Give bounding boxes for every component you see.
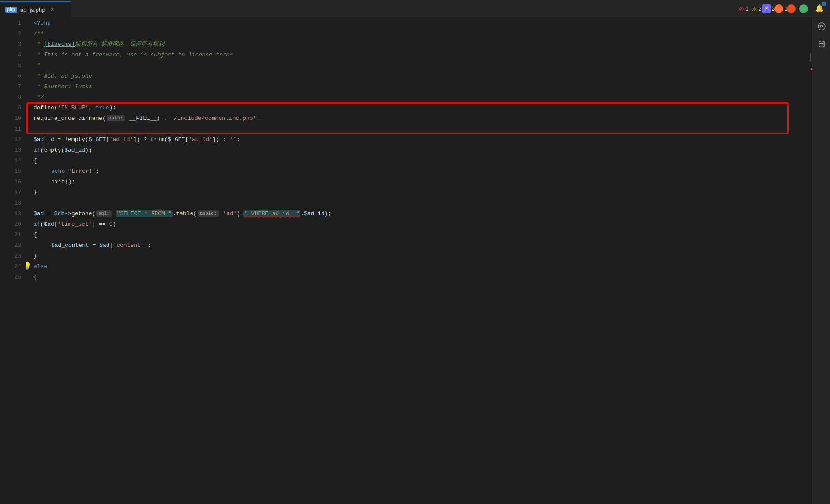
line-num-21: 21 — [0, 229, 26, 240]
php-badge: php — [5, 7, 17, 13]
code-line-2: /** — [26, 28, 806, 39]
copilot-icon[interactable] — [816, 21, 827, 32]
line-num-16: 16 — [0, 176, 26, 187]
line-num-19: 19 — [0, 208, 26, 219]
editor-area: 1 2 3 4 5 6 7 8 9 10 11 12 13 14 15 16 1… — [0, 18, 830, 504]
line-num-8: 8 — [0, 92, 26, 102]
error-count: 1 — [745, 6, 748, 12]
code-line-5: * — [26, 60, 806, 71]
code-line-19: $ad = $db -> getone ( sql: "SELECT * FRO… — [26, 208, 806, 219]
svg-point-2 — [822, 26, 823, 27]
code-line-13: if ( empty ( $ad_id )) — [26, 145, 806, 155]
code-line-25: { — [26, 272, 806, 282]
svg-point-0 — [818, 23, 825, 30]
code-line-9: define('IN_BLUE', true); — [26, 102, 806, 113]
warning1-count: 2 — [759, 6, 762, 12]
plugin-icon-4[interactable] — [799, 4, 808, 13]
code-line-8: */ — [26, 92, 806, 102]
line-num-24: 24 — [0, 261, 26, 272]
line-num-2: 2 — [0, 28, 26, 39]
database-icon[interactable] — [816, 39, 827, 49]
code-line-12: $ad_id = ! empty ( $_GET [ 'ad_id' ]) ? … — [26, 134, 806, 145]
warning1-icon: ⚠ — [752, 6, 757, 12]
line-num-17: 17 — [0, 187, 26, 198]
tab-bar: php ad_js.php × ⊘ 1 ⚠ 2 ⚠ 2 ✓ 1 ∧ ∨ P ⋮ — [0, 0, 830, 18]
lightbulb-icon: 💡 — [26, 262, 32, 271]
code-line-21: { — [26, 229, 806, 240]
code-line-16: exit (); — [26, 176, 806, 187]
code-line-18 — [26, 198, 806, 208]
code-line-15: echo 'Error!' ; — [26, 166, 806, 176]
code-line-17: } — [26, 187, 806, 198]
code-line-24: 💡 else — [26, 261, 806, 272]
line-num-12: 12 — [0, 134, 26, 145]
line-num-4: 4 — [0, 49, 26, 60]
line-num-15: 15 — [0, 166, 26, 176]
line-num-20: 20 — [0, 219, 26, 229]
tab-ad-js-php[interactable]: php ad_js.php × — [0, 1, 71, 17]
notification-icon[interactable]: 🔔 — [814, 3, 825, 14]
line-num-25: 25 — [0, 272, 26, 282]
line-num-10: 10 — [0, 113, 26, 123]
code-line-10: require_once dirname(path: __FILE__) . '… — [26, 113, 806, 123]
tab-filename: ad_js.php — [20, 7, 45, 13]
svg-point-3 — [819, 41, 824, 44]
line-num-18: 18 — [0, 198, 26, 208]
code-line-3: * [bluecms]版权所有 标准网络，保留所有权利 — [26, 39, 806, 49]
code-line-23: } — [26, 250, 806, 261]
line-num-1: 1 — [0, 18, 26, 28]
line-num-6: 6 — [0, 71, 26, 81]
code-line-14: { — [26, 155, 806, 166]
code-line-20: if ( $ad [ 'time_set' ] == 0 ) — [26, 219, 806, 229]
error-status: ⊘ 1 — [739, 5, 748, 12]
line-num-11: 11 — [0, 123, 26, 134]
line-num-3: 3 — [0, 39, 26, 49]
line-num-9: 9 — [0, 102, 26, 113]
code-line-11 — [26, 123, 806, 134]
warning1-status: ⚠ 2 — [752, 6, 762, 12]
code-line-1: <?php — [26, 18, 806, 28]
line-num-22: 22 — [0, 240, 26, 250]
code-line-4: * This is not a freeware, use is subject… — [26, 49, 806, 60]
line-num-14: 14 — [0, 155, 26, 166]
line-num-13: 13 — [0, 145, 26, 155]
code-line-6: * $Id: ad_js.php — [26, 71, 806, 81]
code-line-22: $ad_content = $ad [ 'content' ]; — [26, 240, 806, 250]
code-content[interactable]: <?php /** * [bluecms]版权所有 标准网络，保留所有权利 * … — [26, 18, 806, 504]
error-icon: ⊘ — [739, 5, 744, 12]
plugin-icon-1[interactable]: P — [762, 4, 771, 13]
line-num-5: 5 — [0, 60, 26, 71]
right-sidebar — [812, 18, 830, 504]
code-line-7: * $author: lucks — [26, 81, 806, 92]
plugin-icon-3[interactable] — [787, 4, 796, 13]
line-numbers: 1 2 3 4 5 6 7 8 9 10 11 12 13 14 15 16 1… — [0, 18, 26, 504]
scroll-thumb — [810, 53, 811, 62]
plugin-icon-2[interactable] — [774, 4, 783, 13]
scrollbar[interactable] — [806, 18, 812, 504]
scroll-error-marker — [811, 68, 812, 70]
line-num-7: 7 — [0, 81, 26, 92]
line-num-23: 23 — [0, 250, 26, 261]
close-icon[interactable]: × — [50, 6, 54, 13]
svg-point-1 — [820, 26, 821, 27]
